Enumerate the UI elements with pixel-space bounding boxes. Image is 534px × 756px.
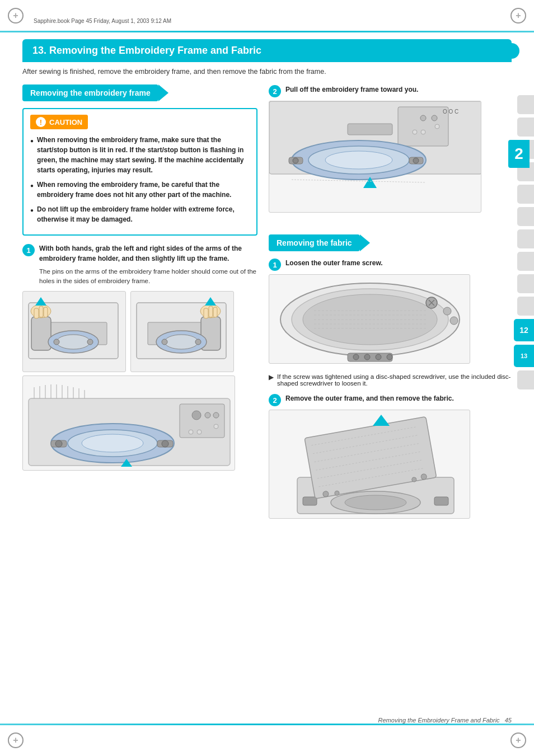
reg-mark-bl [8, 732, 24, 748]
svg-marker-108 [373, 415, 390, 426]
svg-point-45 [162, 440, 168, 447]
svg-point-67 [413, 158, 419, 163]
page-footer: Removing the Embroidery Frame and Fabric… [22, 717, 512, 724]
step-1-fabric-num: 1 [269, 259, 281, 271]
caution-label: CAUTION [49, 118, 82, 126]
svg-rect-4 [34, 308, 39, 318]
nav-tab-9 [517, 274, 534, 293]
step-2-frame: 2 Pull off the embroidery frame toward y… [269, 84, 512, 219]
step-1-header: 1 With both hands, grab the left and rig… [22, 243, 257, 264]
footer-text: Removing the Embroidery Frame and Fabric… [378, 717, 512, 724]
svg-marker-19 [205, 297, 216, 306]
caution-item-2: When removing the embroidery frame, be c… [30, 180, 250, 200]
svg-point-91 [387, 354, 392, 360]
step-1-images [22, 291, 257, 471]
reg-mark-tl [8, 8, 24, 24]
reg-mark-br [510, 732, 526, 748]
step-2-frame-num: 2 [269, 85, 281, 97]
svg-point-63 [325, 151, 392, 169]
main-content: 13. Removing the Embroidery Frame and Fa… [22, 39, 512, 717]
reg-mark-tr [510, 8, 526, 24]
nav-tab-2 [517, 118, 534, 137]
caution-item-3: Do not lift up the embroidery frame hold… [30, 204, 250, 224]
svg-point-47 [197, 430, 202, 434]
svg-rect-56 [398, 107, 448, 146]
step2-fabric-img [269, 410, 470, 519]
section-heading-fabric-label: Removing the fabric [277, 238, 352, 247]
svg-point-94 [345, 495, 406, 510]
svg-point-85 [443, 307, 451, 315]
svg-point-88 [353, 354, 359, 360]
svg-rect-2 [31, 317, 51, 350]
nav-tab-10 [517, 297, 534, 316]
svg-point-36 [192, 411, 201, 420]
svg-point-9 [57, 335, 90, 349]
step-1-fabric-note: If the screw was tightened using a disc-… [269, 373, 512, 387]
svg-point-68 [413, 130, 417, 134]
svg-rect-60 [348, 124, 392, 135]
step-2-fabric-header: 2 Remove the outer frame, and then remov… [269, 393, 512, 406]
section-heading-fabric-arrow [360, 234, 370, 251]
svg-rect-6 [44, 307, 48, 317]
nav-tab-14 [517, 370, 534, 389]
svg-rect-35 [180, 404, 224, 438]
nav-tab-12: 12 [514, 319, 534, 341]
nav-tab-5 [517, 185, 534, 204]
page-border-bottom [0, 724, 534, 725]
svg-point-22 [162, 339, 167, 345]
svg-point-23 [195, 339, 201, 345]
step-1-fabric-header: 1 Loosen the outer frame screw. [269, 258, 512, 271]
step-1-subtext: The pins on the arms of the embroidery f… [39, 267, 257, 287]
section-heading-arrow [158, 84, 168, 101]
nav-tab-1 [517, 95, 534, 114]
svg-text:O  O  C: O O C [443, 109, 458, 115]
svg-point-89 [364, 354, 370, 360]
svg-point-44 [55, 440, 62, 447]
col-right: 2 Pull off the embroidery frame toward y… [269, 84, 512, 527]
step-2-frame-text: Pull off the embroidery frame toward you… [285, 84, 418, 95]
step-2-fabric: 2 Remove the outer frame, and then remov… [269, 393, 512, 520]
nav-tab-7 [517, 229, 534, 248]
svg-point-66 [293, 158, 298, 163]
chapter-heading: 13. Removing the Embroidery Frame and Fa… [22, 39, 512, 62]
step-1-fabric-text: Loosen the outer frame screw. [285, 258, 383, 268]
warning-icon: ! [36, 117, 46, 127]
right-nav: 12 13 [514, 95, 534, 389]
step2-frame-img: O O C [269, 101, 481, 213]
step1-img-left [22, 291, 126, 372]
step-2-fabric-num: 2 [269, 394, 281, 406]
svg-rect-96 [434, 497, 448, 505]
nav-tab-8 [517, 252, 534, 271]
intro-text: After sewing is finished, remove the emb… [22, 68, 512, 76]
svg-point-58 [420, 115, 426, 121]
svg-marker-7 [35, 297, 46, 306]
step1-fabric-img [269, 274, 470, 364]
svg-point-10 [54, 339, 59, 345]
svg-rect-95 [303, 497, 317, 505]
chapter-title: 13. Removing the Embroidery Frame and Fa… [32, 45, 261, 57]
nav-tab-6 [517, 207, 534, 226]
svg-rect-18 [213, 307, 217, 317]
col-left: Removing the embroidery frame ! CAUTION … [22, 84, 257, 527]
chapter-heading-tab [504, 43, 519, 59]
svg-point-59 [432, 115, 437, 121]
svg-point-46 [189, 430, 193, 434]
svg-point-86 [450, 317, 458, 325]
nav-tab-13: 13 [514, 345, 534, 367]
svg-point-11 [87, 339, 93, 345]
section-heading-frame: Removing the embroidery frame [22, 84, 158, 101]
section-heading-frame-label: Removing the embroidery frame [30, 88, 151, 97]
caution-box: ! CAUTION When removing the embroidery f… [22, 108, 257, 236]
svg-rect-16 [204, 308, 208, 318]
caution-list: When removing the embroidery frame, make… [30, 135, 250, 224]
svg-point-41 [82, 434, 143, 452]
step-2-frame-header: 2 Pull off the embroidery frame toward y… [269, 84, 512, 97]
step-1-num: 1 [22, 244, 35, 256]
svg-point-38 [213, 412, 219, 418]
step1-img-right [130, 291, 234, 372]
two-col-layout: Removing the embroidery frame ! CAUTION … [22, 84, 512, 527]
section-heading-fabric: Removing the fabric [269, 234, 360, 251]
step-2-fabric-text: Remove the outer frame, and then remove … [285, 393, 454, 403]
svg-rect-5 [39, 306, 43, 317]
step-1-frame: 1 With both hands, grab the left and rig… [22, 243, 257, 471]
